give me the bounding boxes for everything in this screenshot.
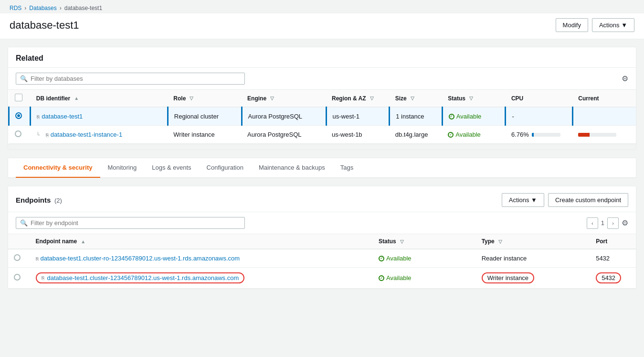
endpoint-table-row[interactable]: ⎘database-test1.cluster-123456789012.us-… <box>8 268 636 289</box>
tabs-section: Connectivity & securityMonitoringLogs & … <box>8 158 636 178</box>
related-title: Related <box>8 47 636 68</box>
ep-th-port: Port <box>590 234 636 249</box>
ep-name-cell: ⎘database-test1.cluster-123456789012.us-… <box>30 268 373 289</box>
row-engine-cell: Aurora PostgreSQL <box>242 126 326 144</box>
row-role-cell: Regional cluster <box>168 107 242 126</box>
endpoints-actions: Actions ▼ Create custom endpoint <box>502 193 628 207</box>
row-role-cell: Writer instance <box>168 126 242 144</box>
row-engine-cell: Aurora PostgreSQL <box>242 107 326 126</box>
db-table-row[interactable]: └⎘database-test1-instance-1 Writer insta… <box>9 126 636 144</box>
ep-radio-cell[interactable] <box>8 268 30 289</box>
row-id-cell: ⎘database-test1 <box>31 107 168 126</box>
ep-th-select <box>8 234 30 249</box>
row-radio[interactable] <box>15 112 22 119</box>
db-id-link[interactable]: database-test1 <box>42 113 83 120</box>
page-number: 1 <box>601 219 604 227</box>
header-actions: Modify Actions ▼ <box>556 18 634 32</box>
row-current-cell <box>572 126 636 144</box>
create-custom-endpoint-button[interactable]: Create custom endpoint <box>548 193 628 207</box>
db-filter-input[interactable] <box>31 75 241 82</box>
tab-maintenance-backups[interactable]: Maintenance & backups <box>251 158 333 178</box>
ep-radio-cell[interactable] <box>8 249 30 268</box>
th-current: Current <box>572 90 636 107</box>
ep-radio[interactable] <box>14 274 21 281</box>
endpoints-filter-row: 🔍 ‹ 1 › ⚙ <box>8 212 636 234</box>
th-size[interactable]: Size ▽ <box>390 90 443 107</box>
ep-th-name[interactable]: Endpoint name ▲ <box>30 234 373 249</box>
status-icon <box>449 114 454 119</box>
ep-port-cell: 5432 <box>590 249 636 268</box>
settings-icon[interactable]: ⚙ <box>622 74 628 83</box>
th-role[interactable]: Role ▽ <box>168 90 242 107</box>
row-radio[interactable] <box>15 130 21 137</box>
actions-button[interactable]: Actions ▼ <box>592 18 634 32</box>
tab-logs-events[interactable]: Logs & events <box>144 158 199 178</box>
status-icon <box>448 132 454 138</box>
prev-page-button[interactable]: ‹ <box>587 217 598 229</box>
db-table: DB identifier ▲ Role ▽ Engine ▽ Region &… <box>8 90 636 144</box>
endpoints-count: (2) <box>54 197 62 204</box>
endpoints-title-group: Endpoints (2) <box>16 196 62 204</box>
endpoint-table-row[interactable]: ⎘database-test1.cluster-ro-123456789012.… <box>8 249 636 268</box>
related-filter-row: 🔍 ⚙ <box>8 68 636 90</box>
endpoint-settings-icon[interactable]: ⚙ <box>622 218 628 227</box>
page-header: database-test1 Modify Actions ▼ <box>0 13 644 39</box>
ep-radio[interactable] <box>14 254 21 261</box>
select-all-checkbox[interactable] <box>15 94 22 101</box>
breadcrumb-databases[interactable]: Databases <box>29 5 56 11</box>
endpoints-section: Endpoints (2) Actions ▼ Create custom en… <box>8 186 636 289</box>
row-size-cell: 1 instance <box>390 107 443 126</box>
row-radio-cell[interactable] <box>9 126 31 144</box>
endpoint-link[interactable]: database-test1.cluster-123456789012.us-w… <box>47 274 239 281</box>
endpoint-search-icon: 🔍 <box>20 219 28 227</box>
endpoints-header: Endpoints (2) Actions ▼ Create custom en… <box>8 186 636 212</box>
row-id-cell: └⎘database-test1-instance-1 <box>31 126 168 144</box>
tab-connectivity-security[interactable]: Connectivity & security <box>16 158 100 178</box>
tabs-bar: Connectivity & securityMonitoringLogs & … <box>8 158 636 178</box>
breadcrumb: RDS › Databases › database-test1 <box>0 0 644 13</box>
tab-tags[interactable]: Tags <box>333 158 361 178</box>
ep-port-cell: 5432 <box>590 268 636 289</box>
row-status-cell: Available <box>442 107 506 126</box>
breadcrumb-current: database-test1 <box>64 5 102 11</box>
row-region-cell: us-west-1b <box>326 126 390 144</box>
db-table-row[interactable]: ⎘database-test1 Regional cluster Aurora … <box>9 107 636 126</box>
endpoint-link[interactable]: database-test1.cluster-ro-123456789012.u… <box>41 255 240 262</box>
ep-name-cell: ⎘database-test1.cluster-ro-123456789012.… <box>30 249 373 268</box>
related-section: Related 🔍 ⚙ DB identifier ▲ <box>8 47 636 150</box>
row-size-cell: db.t4g.large <box>390 126 443 144</box>
ep-status-cell: Available <box>373 249 476 268</box>
ep-status-icon <box>379 256 384 261</box>
endpoint-filter-wrapper[interactable]: 🔍 <box>16 217 245 229</box>
endpoint-filter-input[interactable] <box>31 219 241 227</box>
endpoint-table: Endpoint name ▲ Status ▽ Type ▽ Port ⎘da… <box>8 234 636 289</box>
row-region-cell: us-west-1 <box>326 107 390 126</box>
th-engine[interactable]: Engine ▽ <box>242 90 326 107</box>
breadcrumb-rds[interactable]: RDS <box>10 5 21 11</box>
endpoints-actions-button[interactable]: Actions ▼ <box>502 193 544 207</box>
modify-button[interactable]: Modify <box>556 18 588 32</box>
row-status-cell: Available <box>442 126 506 144</box>
row-current-cell <box>572 107 636 126</box>
row-radio-cell[interactable] <box>9 107 31 126</box>
row-cpu-cell: 6.76% <box>506 126 572 144</box>
next-page-button[interactable]: › <box>607 217 619 229</box>
th-select <box>9 90 31 107</box>
th-db-identifier[interactable]: DB identifier ▲ <box>31 90 168 107</box>
tab-configuration[interactable]: Configuration <box>199 158 251 178</box>
db-filter-wrapper[interactable]: 🔍 <box>16 73 245 85</box>
ep-type-cell: Reader instance <box>476 249 591 268</box>
search-icon: 🔍 <box>20 75 28 82</box>
ep-th-type[interactable]: Type ▽ <box>476 234 591 249</box>
th-status[interactable]: Status ▽ <box>442 90 506 107</box>
ep-type-cell: Writer instance <box>476 268 591 289</box>
horizontal-scrollbar[interactable] <box>8 144 636 150</box>
tab-monitoring[interactable]: Monitoring <box>100 158 145 178</box>
ep-status-icon <box>379 275 384 281</box>
th-region[interactable]: Region & AZ ▽ <box>326 90 390 107</box>
th-cpu: CPU <box>506 90 572 107</box>
endpoints-title: Endpoints <box>16 196 51 204</box>
ep-th-status[interactable]: Status ▽ <box>373 234 476 249</box>
ep-status-cell: Available <box>373 268 476 289</box>
db-id-link[interactable]: database-test1-instance-1 <box>51 131 122 138</box>
